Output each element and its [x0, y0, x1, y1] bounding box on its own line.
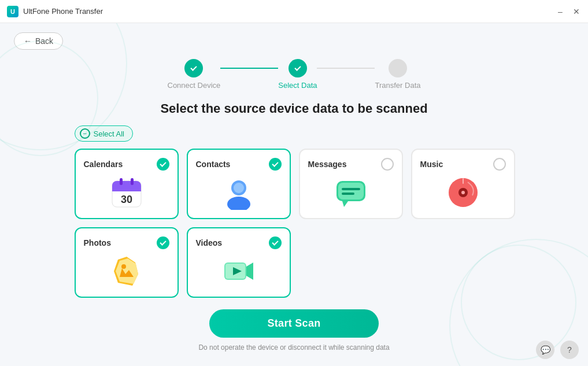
check-icon-4 [272, 239, 278, 245]
checkmark-icon [191, 64, 197, 71]
checkbox-messages[interactable] [381, 158, 394, 171]
svg-rect-10 [338, 183, 364, 199]
card-label-messages: Messages [308, 160, 347, 169]
card-calendars[interactable]: Calendars 30 [75, 149, 179, 219]
card-music[interactable]: Music [411, 149, 515, 219]
data-grid: Calendars 30 Contacts [75, 149, 514, 298]
svg-rect-18 [463, 178, 464, 184]
start-scan-button[interactable]: Start Scan [209, 309, 378, 338]
step-circle-connect [184, 59, 203, 77]
card-label-videos: Videos [196, 238, 223, 247]
main-content: ← Back Connect Device Select Data [0, 23, 588, 366]
card-header-calendars: Calendars [84, 158, 169, 171]
svg-text:30: 30 [120, 194, 132, 205]
card-contacts[interactable]: Contacts [187, 149, 291, 219]
card-header-videos: Videos [196, 236, 282, 249]
step-label-connect: Connect Device [168, 81, 221, 90]
step-connect: Connect Device [168, 59, 221, 90]
title-bar-controls: – ✕ [556, 7, 581, 16]
app-icon: U [7, 6, 19, 17]
back-button[interactable]: ← Back [14, 32, 63, 50]
svg-rect-2 [112, 187, 141, 191]
card-label-calendars: Calendars [84, 160, 123, 169]
step-select: Select Data [278, 59, 317, 90]
step-label-transfer: Transfer Data [375, 81, 420, 90]
card-label-contacts: Contacts [196, 160, 231, 169]
card-header-messages: Messages [308, 158, 394, 171]
minus-icon: − [80, 128, 90, 139]
check-icon [160, 160, 166, 167]
back-label: Back [35, 36, 53, 46]
checkbox-contacts[interactable] [269, 158, 282, 171]
close-button[interactable]: ✕ [572, 7, 581, 16]
step-line-2 [317, 68, 375, 69]
step-line-1 [220, 68, 278, 69]
card-icon-videos [196, 254, 282, 289]
svg-rect-3 [120, 178, 123, 185]
title-bar-left: U UltFone Phone Transfer [7, 6, 103, 17]
card-label-music: Music [420, 160, 443, 169]
card-videos[interactable]: Videos [187, 227, 291, 298]
step-label-select: Select Data [278, 81, 317, 90]
header-row: ← Back [0, 23, 588, 54]
checkbox-music[interactable] [493, 158, 506, 171]
checkmark-icon-2 [294, 64, 301, 71]
step-transfer: Transfer Data [375, 59, 420, 90]
select-all-row: − Select All [75, 125, 514, 142]
help-icon-button[interactable]: ? [560, 341, 579, 359]
card-icon-calendars: 30 [84, 175, 169, 210]
checkbox-calendars[interactable] [157, 158, 169, 171]
stepper: Connect Device Select Data Transfer Data [168, 59, 421, 90]
help-icon: ? [567, 345, 572, 354]
step-circle-transfer [389, 59, 407, 77]
card-icon-messages [308, 175, 394, 210]
svg-rect-4 [131, 178, 134, 185]
select-all-button[interactable]: − Select All [75, 125, 133, 142]
page-title: Select the source device data to be scan… [160, 101, 427, 116]
card-header-music: Music [420, 158, 506, 171]
card-label-photos: Photos [84, 238, 111, 247]
card-icon-photos [84, 254, 169, 289]
card-header-contacts: Contacts [196, 158, 282, 171]
svg-marker-11 [342, 201, 348, 207]
checkbox-photos[interactable] [157, 236, 169, 249]
svg-point-7 [227, 197, 250, 210]
svg-point-8 [234, 183, 244, 193]
select-all-label: Select All [94, 130, 124, 138]
checkbox-videos[interactable] [269, 236, 282, 249]
back-arrow-icon: ← [24, 36, 32, 46]
scan-note: Do not operate the device or disconnect … [198, 343, 389, 352]
svg-point-17 [461, 191, 465, 194]
check-icon-3 [160, 239, 166, 245]
card-icon-contacts [196, 175, 282, 210]
step-circle-select [289, 59, 307, 77]
app-title: UltFone Phone Transfer [23, 7, 103, 16]
svg-marker-22 [246, 263, 253, 280]
bottom-icons: 💬 ? [536, 341, 579, 359]
minimize-button[interactable]: – [556, 7, 565, 16]
svg-point-19 [121, 264, 126, 269]
check-icon-2 [272, 160, 278, 167]
card-photos[interactable]: Photos [75, 227, 179, 298]
card-messages[interactable]: Messages [299, 149, 403, 219]
card-icon-music [420, 175, 506, 210]
svg-rect-13 [342, 193, 354, 195]
svg-rect-12 [342, 188, 360, 190]
chat-icon-button[interactable]: 💬 [536, 341, 554, 359]
chat-icon: 💬 [541, 345, 550, 354]
title-bar: U UltFone Phone Transfer – ✕ [0, 0, 588, 23]
card-header-photos: Photos [84, 236, 169, 249]
